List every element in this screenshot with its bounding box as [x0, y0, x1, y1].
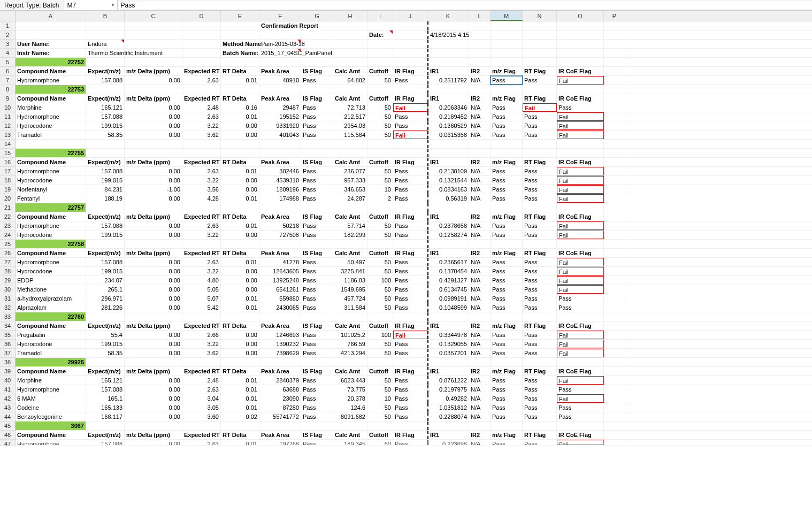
cell[interactable]: 197768 [259, 440, 301, 445]
cell[interactable]: N/A [469, 385, 491, 394]
cell[interactable]: 0.00 [221, 121, 259, 130]
cell[interactable]: Pass [301, 112, 333, 121]
cell[interactable]: 0.0615358 [427, 131, 469, 139]
cell[interactable] [86, 58, 125, 66]
cell[interactable]: IR Flag [393, 367, 427, 376]
cell[interactable]: 2.66 [182, 331, 221, 339]
cell[interactable]: Expected RT [182, 67, 221, 75]
cell[interactable]: Compound Name [16, 94, 86, 103]
cell[interactable]: 3.62 [182, 131, 221, 139]
cell[interactable]: N/A [469, 76, 491, 85]
cell[interactable]: m/z Flag [491, 158, 523, 166]
cell[interactable]: RT Delta [221, 321, 259, 330]
cell[interactable]: 0.2197975 [427, 385, 469, 394]
cell[interactable]: Pass [523, 340, 557, 348]
row-header[interactable]: 39 [0, 367, 15, 376]
cell[interactable] [491, 240, 523, 248]
cell[interactable]: m/z Delta (ppm) [125, 249, 182, 257]
cell[interactable]: Peak Area [259, 367, 301, 376]
row-header[interactable]: 14 [0, 140, 15, 149]
cell[interactable] [301, 312, 333, 321]
cell[interactable]: 0.01 [221, 76, 259, 85]
cell[interactable]: Pass [301, 440, 333, 445]
cell[interactable]: 24.287 [333, 194, 367, 203]
cell[interactable]: 265.1 [86, 285, 125, 294]
cell[interactable] [491, 49, 523, 57]
cell[interactable] [125, 203, 182, 212]
cell[interactable]: 212.517 [333, 112, 367, 121]
cell[interactable]: 0.00 [125, 394, 182, 403]
cell[interactable]: Pass [491, 331, 523, 339]
cell[interactable] [604, 94, 625, 103]
cell[interactable]: Pass [301, 331, 333, 339]
cell[interactable] [604, 267, 625, 275]
cell[interactable]: 188.19 [86, 194, 125, 203]
cell[interactable] [86, 240, 125, 248]
cell[interactable]: Pregabalin [16, 331, 86, 339]
cell[interactable] [333, 58, 367, 66]
cell[interactable]: 50 [367, 403, 393, 412]
cell[interactable]: 302446 [259, 167, 301, 175]
cell[interactable]: Peak Area [259, 94, 301, 103]
cell[interactable]: Pass [301, 403, 333, 412]
cell[interactable] [86, 149, 125, 157]
row-header[interactable]: 38 [0, 358, 15, 367]
cell[interactable]: Pass [301, 349, 333, 357]
cell[interactable]: m/z Delta (ppm) [125, 158, 182, 166]
cell[interactable]: 3.56 [182, 185, 221, 194]
cell[interactable] [604, 403, 625, 412]
cell[interactable]: IR Flag [393, 158, 427, 166]
cell[interactable]: 0.00 [125, 131, 182, 139]
cell[interactable] [333, 49, 367, 57]
cell[interactable]: Batch Name: [221, 49, 259, 57]
cell[interactable]: Hydromorphone [16, 385, 86, 394]
cell[interactable] [604, 422, 625, 430]
cell[interactable]: 199.015 [86, 121, 125, 130]
cell[interactable]: Pass [491, 221, 523, 230]
cell[interactable]: Expected RT [182, 94, 221, 103]
cell[interactable]: IR2 [469, 67, 491, 75]
cell[interactable] [469, 422, 491, 430]
cell[interactable]: 0.1329055 [427, 340, 469, 348]
cell[interactable]: Compound Name [16, 212, 86, 221]
cell[interactable]: Pass [393, 258, 427, 266]
cell[interactable]: Pass [301, 167, 333, 175]
cell[interactable]: Expect(m/z) [86, 158, 125, 166]
cell[interactable] [557, 49, 604, 57]
cell[interactable]: Pass [523, 394, 557, 403]
cell[interactable]: Fail [557, 167, 604, 175]
cell[interactable] [523, 203, 557, 212]
cell[interactable]: Pass [491, 267, 523, 275]
cell[interactable]: 0.0989191 [427, 294, 469, 303]
cell[interactable]: 157.088 [86, 385, 125, 394]
cell[interactable]: Pass [491, 121, 523, 130]
cell[interactable]: Pass [491, 131, 523, 139]
cell[interactable]: 234.07 [86, 276, 125, 285]
cell[interactable]: Pass [491, 185, 523, 194]
cell[interactable]: IR Flag [393, 94, 427, 103]
cell[interactable]: 2.63 [182, 440, 221, 445]
cell[interactable]: 0.02 [221, 412, 259, 421]
cell[interactable]: 22752 [16, 58, 86, 66]
cell[interactable] [182, 312, 221, 321]
cell[interactable]: 0.00 [221, 276, 259, 285]
cell[interactable] [557, 312, 604, 321]
cell[interactable]: Peak Area [259, 321, 301, 330]
row-header[interactable]: 9 [0, 94, 15, 103]
cell[interactable]: Calc Amt [333, 431, 367, 439]
cell[interactable]: Pass [393, 412, 427, 421]
cell[interactable]: Fail [557, 340, 604, 348]
cell[interactable] [333, 30, 367, 39]
cell[interactable]: N/A [469, 340, 491, 348]
cell[interactable]: Expect(m/z) [86, 367, 125, 376]
cell[interactable] [604, 140, 625, 148]
cell[interactable]: 4.80 [182, 276, 221, 285]
cell[interactable]: m/z Flag [491, 367, 523, 376]
cell[interactable] [523, 40, 557, 48]
cell[interactable]: 165.121 [86, 376, 125, 385]
cell[interactable]: 22757 [16, 203, 86, 212]
cell[interactable]: 3.22 [182, 176, 221, 185]
cell[interactable] [604, 131, 625, 139]
cell[interactable] [491, 149, 523, 157]
cell[interactable]: Pass [523, 194, 557, 203]
